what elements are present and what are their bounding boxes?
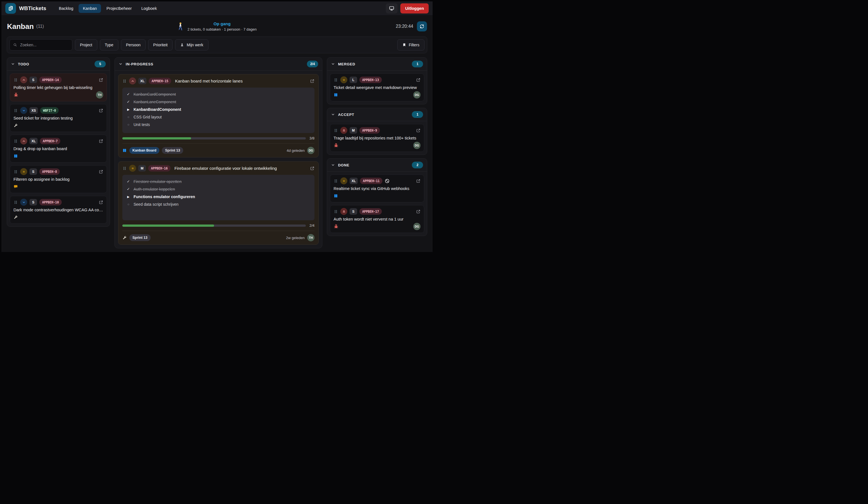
nav-item-logboek[interactable]: Logboek xyxy=(137,4,161,13)
drag-handle-icon[interactable] xyxy=(333,128,338,133)
nav-item-kanban[interactable]: Kanban xyxy=(79,4,101,13)
filter-persoon-button[interactable]: Persoon xyxy=(121,39,146,51)
priority-high-icon xyxy=(129,78,136,84)
subtask-state-icon xyxy=(126,92,131,96)
open-ticket-icon[interactable] xyxy=(416,209,421,214)
open-ticket-icon[interactable] xyxy=(99,78,103,82)
drag-handle-icon[interactable] xyxy=(333,179,338,183)
updated-age: 4d geleden xyxy=(287,148,305,153)
column-done-header[interactable]: DONE 2 xyxy=(327,158,427,172)
open-ticket-icon[interactable] xyxy=(99,169,103,174)
sprint-tag: Sprint 13 xyxy=(129,234,151,241)
drag-handle-icon[interactable] xyxy=(122,79,127,83)
ticket-title: Realtime ticket sync via GitHub webhooks xyxy=(333,186,421,191)
ticket-title: Kanban board met horizontale lanes xyxy=(175,79,243,83)
status-meta: 2 tickets, 0 subtaken · 1 persoon · 7 da… xyxy=(187,27,256,31)
size-badge: M xyxy=(138,165,146,172)
open-ticket-icon[interactable] xyxy=(416,78,421,82)
search-box xyxy=(10,39,72,51)
logout-button[interactable]: Uitloggen xyxy=(400,3,429,13)
drag-handle-icon[interactable] xyxy=(13,108,18,113)
ticket-count: (11) xyxy=(36,24,44,29)
subtask-row[interactable]: KanbanLaneComponent xyxy=(126,98,311,105)
filter-prioriteit-button[interactable]: Prioriteit xyxy=(148,39,173,51)
subtask-row[interactable]: Firestore emulator opzetten xyxy=(126,178,311,185)
subtask-row[interactable]: Auth emulator koppelen xyxy=(126,185,311,193)
subtask-state-icon xyxy=(126,107,131,111)
subtask-row[interactable]: KanbanBoardComponent xyxy=(126,105,311,113)
open-ticket-icon[interactable] xyxy=(99,139,103,143)
filter-type-button[interactable]: Type xyxy=(100,39,118,51)
ticket-card-wbfit-0[interactable]: XS WBFIT-0 Seed ticket for integration t… xyxy=(10,104,107,132)
ticket-card-appbeh-11[interactable]: XL APPBEH-11 Realtime ticket sync via Gi… xyxy=(330,175,424,202)
priority-medium-icon xyxy=(340,177,347,184)
drag-handle-icon[interactable] xyxy=(13,169,18,174)
priority-high-icon xyxy=(20,76,27,83)
blocked-icon xyxy=(385,178,390,184)
nav-item-projectbeheer[interactable]: Projectbeheer xyxy=(102,4,136,13)
size-badge: XS xyxy=(30,107,38,114)
open-ticket-icon[interactable] xyxy=(416,179,421,183)
saved-filters-button[interactable]: Filters xyxy=(397,39,424,51)
chevron-down-icon xyxy=(331,113,335,116)
size-badge: L xyxy=(350,76,357,83)
drag-handle-icon[interactable] xyxy=(122,166,127,171)
size-badge: XL xyxy=(30,138,38,144)
avatar: DG xyxy=(307,147,314,154)
subtask-row[interactable]: KanbanCardComponent xyxy=(126,90,311,98)
open-ticket-icon[interactable] xyxy=(99,200,103,205)
ticket-id-badge: WBFIT-0 xyxy=(40,107,59,114)
display-mode-button[interactable] xyxy=(386,3,397,13)
book-icon xyxy=(333,194,338,198)
filter-project-button[interactable]: Project xyxy=(75,39,97,51)
app-window: WBTickets Backlog Kanban Projectbeheer L… xyxy=(1,1,433,252)
column-done: DONE 2 XL APPBEH-11 Realtime ticket xyxy=(327,158,427,236)
drag-handle-icon[interactable] xyxy=(333,209,338,214)
open-ticket-icon[interactable] xyxy=(310,79,314,83)
open-ticket-icon[interactable] xyxy=(99,108,103,113)
ticket-card-appbeh-16[interactable]: M APPBEH-16 Firebase emulator configurat… xyxy=(118,161,319,245)
ticket-card-appbeh-13[interactable]: L APPBEH-13 Ticket detail weergave met m… xyxy=(330,73,424,101)
ticket-card-appbeh-15[interactable]: XL APPBEH-15 Kanban board met horizontal… xyxy=(118,74,319,157)
ticket-card-appbeh-7[interactable]: XL APPBEH-7 Drag & drop op kanban board xyxy=(10,135,107,163)
person-icon xyxy=(180,43,184,47)
ticket-id-badge: APPBEH-17 xyxy=(359,208,382,215)
subtask-row[interactable]: CSS Grid layout xyxy=(126,113,311,121)
column-merged-header[interactable]: MERGED 1 xyxy=(327,58,427,71)
open-ticket-icon[interactable] xyxy=(310,166,314,171)
ticket-title: Trage laadtijd bij repositories met 100+… xyxy=(333,136,421,140)
ticket-card-appbeh-10[interactable]: S APPBEH-10 Dark mode contrastverhouding… xyxy=(10,196,107,224)
chevron-down-icon xyxy=(11,62,15,66)
bug-icon xyxy=(13,92,19,97)
size-badge: S xyxy=(30,168,37,175)
subtask-row[interactable]: Seed data script schrijven xyxy=(126,200,311,208)
ticket-card-appbeh-17[interactable]: S APPBEH-17 Auth token wordt niet verver… xyxy=(330,205,424,233)
my-work-button[interactable]: Mijn werk xyxy=(175,39,208,51)
ticket-title: Auth token wordt niet ververst na 1 uur xyxy=(333,217,421,222)
column-accept-header[interactable]: ACCEPT 1 xyxy=(327,108,427,121)
subtask-state-icon xyxy=(126,195,131,199)
drag-handle-icon[interactable] xyxy=(13,200,18,205)
brand[interactable]: WBTickets xyxy=(5,3,46,14)
ticket-card-appbeh-14[interactable]: S APPBEH-14 Polling timer lekt geheugen … xyxy=(10,73,107,101)
column-in-progress-header[interactable]: IN-PROGRESS 2/4 xyxy=(115,58,322,71)
column-accept: ACCEPT 1 M APPBEH-9 Trage laadtijd bij r… xyxy=(327,108,427,155)
column-count-badge: 1 xyxy=(412,111,423,118)
drag-handle-icon[interactable] xyxy=(13,139,18,143)
open-ticket-icon[interactable] xyxy=(416,128,421,133)
subtask-row[interactable]: Functions emulator configureren xyxy=(126,193,311,200)
refresh-button[interactable] xyxy=(417,21,427,31)
sprint-status: Op gang 2 tickets, 0 subtaken · 1 persoo… xyxy=(177,21,256,31)
drag-handle-icon[interactable] xyxy=(333,78,338,82)
nav-item-backlog[interactable]: Backlog xyxy=(55,4,78,13)
subtask-row[interactable]: Unit tests xyxy=(126,121,311,128)
subtask-state-icon xyxy=(126,115,131,119)
chevron-down-icon xyxy=(331,163,335,167)
column-todo-header[interactable]: TODO 5 xyxy=(7,58,110,71)
avatar: TH xyxy=(96,91,103,99)
wrench-icon xyxy=(13,215,18,219)
search-input[interactable] xyxy=(20,42,69,48)
drag-handle-icon[interactable] xyxy=(13,78,18,82)
ticket-card-appbeh-8[interactable]: S APPBEH-8 Filteren op assignee in backl… xyxy=(10,165,107,193)
ticket-card-appbeh-9[interactable]: M APPBEH-9 Trage laadtijd bij repositori… xyxy=(330,124,424,152)
